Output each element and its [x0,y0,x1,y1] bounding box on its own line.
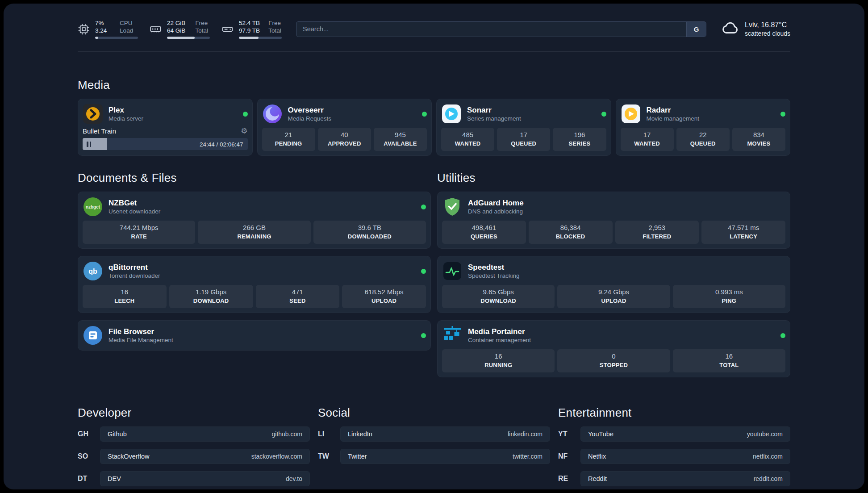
search-bar[interactable]: G [296,21,706,37]
link-row-github: GH Github github.com [78,426,310,442]
link-pill-youtube[interactable]: YouTube youtube.com [580,426,790,442]
link-row-linkedin: LI LinkedIn linkedin.com [318,426,550,442]
link-abbr: YT [558,430,574,438]
link-pill-github[interactable]: Github github.com [100,426,310,442]
stat-box: 16LEECH [83,285,167,308]
speedtest-icon [442,261,463,281]
stat-box: 86,384BLOCKED [529,221,613,244]
developer-section-heading: Developer [78,406,310,419]
disk-icon [221,23,234,35]
cpu-progress-bar [95,37,138,39]
link-pill-linkedin[interactable]: LinkedIn linkedin.com [340,426,550,442]
card-plex[interactable]: Plex Media server Bullet Train ⚙ 24:44 /… [78,99,253,156]
link-pill-twitter[interactable]: Twitter twitter.com [340,449,550,464]
app-subtitle: Container management [468,336,531,344]
stat-box: 266 GBREMAINING [198,221,310,244]
stat-box: 834MOVIES [732,128,785,151]
stat-box: 0STOPPED [557,349,670,372]
card-overseerr[interactable]: Overseerr Media Requests 21PENDING 40APP… [257,99,432,156]
search-engine-button[interactable]: G [686,22,706,37]
media-section-heading: Media [78,78,790,92]
now-playing-title: Bullet Train [83,127,116,135]
playback-progress-bar[interactable]: 24:44 / 02:06:47 [83,138,248,150]
stat-box: 9.65 GbpsDOWNLOAD [442,285,555,308]
utilities-section-heading: Utilities [437,171,790,184]
app-title: Speedtest [468,263,520,272]
app-title: Sonarr [467,105,521,115]
card-portainer[interactable]: Media Portainer Container management 16R… [437,320,790,377]
link-abbr: LI [318,430,334,438]
stat-box: 17WANTED [621,128,674,151]
cpu-load-value: 3.24 [95,27,112,34]
filebrowser-icon [83,325,103,346]
status-online-dot [243,112,248,117]
status-online-dot [780,333,785,338]
weather-widget: Lviv, 16.87°C scattered clouds [721,19,790,39]
stat-box: 2,953FILTERED [615,221,699,244]
link-sections: Developer GH Github github.com SO StackO… [78,406,790,486]
card-radarr[interactable]: Radarr Movie management 17WANTED 22QUEUE… [616,99,791,156]
status-online-dot [421,205,426,209]
card-filebrowser[interactable]: File Browser Media File Management [78,320,431,351]
link-pill-reddit[interactable]: Reddit reddit.com [580,471,790,486]
weather-condition: scattered clouds [745,29,790,38]
link-pill-dev[interactable]: DEV dev.to [100,471,310,486]
portainer-icon [442,325,463,346]
ram-usage-widget: 22 GiB Free 64 GiB Total [150,19,210,39]
card-adguard[interactable]: AdGuard Home DNS and adblocking 498,461Q… [437,192,790,249]
stat-box: 21PENDING [262,128,315,151]
cpu-usage-value: 7% [95,19,112,27]
link-row-netflix: NF Netflix netflix.com [558,449,790,464]
card-qbittorrent[interactable]: qb qBittorrent Torrent downloader 16LEEC… [78,256,431,313]
card-sonarr[interactable]: Sonarr Series management 485WANTED 17QUE… [436,99,611,156]
documents-column: Documents & Files nzbget NZBGet Usenet d… [78,171,431,351]
app-title: qBittorrent [108,263,160,272]
cpu-usage-label: CPU [120,19,138,27]
status-online-dot [780,112,785,117]
developer-links: Developer GH Github github.com SO StackO… [78,406,310,486]
topbar: 7% CPU 3.24 Load [78,4,790,39]
app-subtitle: Media Requests [288,115,332,122]
stat-box: 196SERIES [553,128,606,151]
link-pill-stackoverflow[interactable]: StackOverflow stackoverflow.com [100,449,310,464]
adguard-icon [442,196,463,217]
cpu-progress-fill [95,37,98,39]
app-title: File Browser [108,327,173,336]
pause-icon[interactable] [87,142,91,147]
status-online-dot [421,269,426,274]
app-title: Radarr [647,105,700,115]
search-input[interactable] [296,22,686,37]
app-subtitle: Media server [108,115,143,122]
stat-box: 39.6 TBDOWNLOADED [313,221,426,244]
sonarr-icon [441,104,462,124]
dashboard-root: 7% CPU 3.24 Load [4,4,864,489]
app-subtitle: Media File Management [108,336,173,344]
disk-progress-bar [239,37,282,39]
link-pill-netflix[interactable]: Netflix netflix.com [580,449,790,464]
disk-usage-widget: 52.4 TB Free 97.9 TB Total [221,19,282,39]
playback-time: 24:44 / 02:06:47 [200,141,243,147]
nzbget-icon: nzbget [83,196,103,217]
card-speedtest[interactable]: Speedtest Speedtest Tracking 9.65 GbpsDO… [437,256,790,313]
stat-box: 498,461QUERIES [442,221,526,244]
ram-icon [150,23,162,35]
link-row-twitter: TW Twitter twitter.com [318,449,550,464]
stat-box: 16RUNNING [442,349,555,372]
disk-free-label: Free [268,19,282,27]
settings-gear-icon[interactable]: ⚙ [241,127,247,135]
app-title: AdGuard Home [468,198,524,208]
app-title: Overseerr [288,105,332,115]
link-row-reddit: RE Reddit reddit.com [558,471,790,486]
card-nzbget[interactable]: nzbget NZBGet Usenet downloader 744.21 M… [78,192,431,249]
status-online-dot [421,333,426,338]
overseerr-icon [262,104,283,124]
stat-box: 9.24 GbpsUPLOAD [557,285,670,308]
ram-free-value: 22 GiB [167,19,187,27]
social-section-heading: Social [318,406,550,419]
link-abbr: RE [558,475,574,483]
app-subtitle: Speedtest Tracking [468,272,520,280]
stat-box: 40APPROVED [318,128,371,151]
link-abbr: NF [558,452,574,460]
stat-box: 22QUEUED [676,128,730,151]
app-title: NZBGet [108,198,160,208]
